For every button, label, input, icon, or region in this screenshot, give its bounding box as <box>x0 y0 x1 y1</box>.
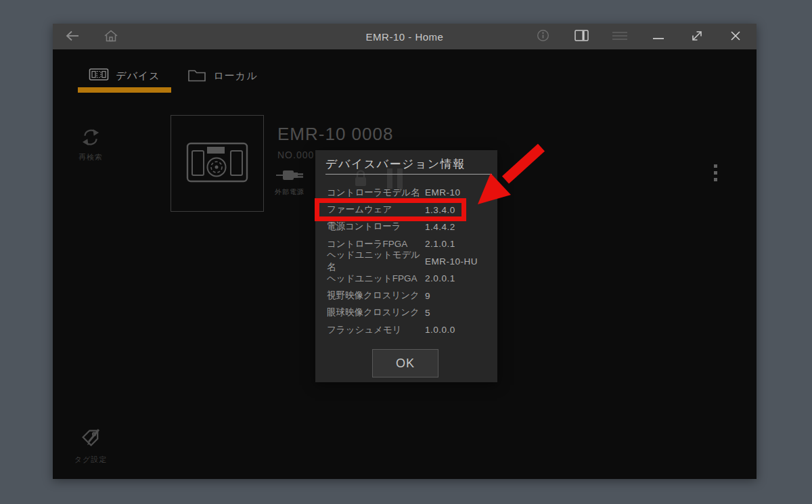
dialog-title: デバイスバージョン情報 <box>325 156 466 172</box>
version-row-headunit-model: ヘッドユニットモデル名 EMR-10-HU <box>327 253 491 270</box>
row-value: 9 <box>425 291 491 301</box>
external-power-status: 外部電源 <box>269 166 310 197</box>
minimize-icon <box>652 29 664 45</box>
tab-devices[interactable]: デバイス <box>78 64 171 93</box>
row-value: 1.0.0.0 <box>425 325 491 335</box>
dialog-title-divider <box>325 174 492 175</box>
power-plug-icon <box>275 175 304 186</box>
device-image-icon <box>186 142 248 185</box>
row-label: コントローラモデル名 <box>327 187 425 199</box>
row-label: 視野映像クロスリンク <box>327 290 425 302</box>
manual-button[interactable] <box>571 26 591 47</box>
close-icon <box>729 30 742 44</box>
titlebar: EMR-10 - Home <box>53 24 757 49</box>
close-button[interactable] <box>725 26 746 47</box>
version-row-controller-model: コントローラモデル名 EMR-10 <box>327 184 491 201</box>
menu-button[interactable] <box>610 26 630 47</box>
menu-icon <box>612 30 628 43</box>
tag-pencil-icon <box>79 440 102 452</box>
version-row-flash-memory: フラッシュメモリ 1.0.0.0 <box>327 321 491 338</box>
row-value: 5 <box>425 308 491 318</box>
ok-button[interactable]: OK <box>372 349 438 377</box>
app-window: EMR-10 - Home <box>53 24 757 479</box>
info-icon <box>537 29 549 44</box>
device-name: EMR-10 0008 <box>277 124 393 145</box>
manual-book-icon <box>574 29 589 44</box>
device-tab-icon <box>89 68 109 84</box>
rescan-button[interactable]: 再検索 <box>70 127 111 162</box>
version-row-firmware: ファームウェア 1.3.4.0 <box>327 201 491 218</box>
version-row-eye-crosslink: 眼球映像クロスリンク 5 <box>327 304 491 321</box>
device-serial: NO.000 <box>277 150 314 160</box>
row-value: 1.4.4.2 <box>425 222 491 232</box>
external-power-label: 外部電源 <box>269 187 310 197</box>
row-label: ファームウェア <box>327 204 425 216</box>
row-label: 眼球映像クロスリンク <box>327 306 425 319</box>
info-button[interactable] <box>533 26 553 47</box>
kebab-dot <box>714 171 717 175</box>
maximize-icon <box>690 29 704 45</box>
row-label: コントローラFPGA <box>327 238 425 250</box>
maximize-button[interactable] <box>687 26 707 47</box>
tab-devices-label: デバイス <box>116 70 160 83</box>
refresh-icon <box>81 138 101 150</box>
version-row-headunit-fpga: ヘッドユニットFPGA 2.0.0.1 <box>327 270 491 287</box>
folder-icon <box>187 68 206 85</box>
row-value: 2.0.0.1 <box>425 273 491 283</box>
row-label: ヘッドユニットFPGA <box>327 273 425 285</box>
minimize-button[interactable] <box>648 26 669 47</box>
active-tab-underline <box>78 87 171 93</box>
tag-settings-label: タグ設定 <box>70 455 111 465</box>
device-version-dialog: デバイスバージョン情報 コントローラモデル名 EMR-10 ファームウェア 1.… <box>315 150 497 382</box>
row-value: EMR-10 <box>425 187 491 198</box>
tab-local[interactable]: ローカル <box>185 64 261 93</box>
row-label: ヘッドユニットモデル名 <box>327 249 425 273</box>
device-menu-button[interactable] <box>709 161 721 184</box>
row-value: 1.3.4.0 <box>425 205 491 215</box>
row-label: フラッシュメモリ <box>327 324 425 336</box>
tag-settings-button[interactable]: タグ設定 <box>70 427 111 465</box>
kebab-dot <box>714 178 717 181</box>
kebab-dot <box>714 164 717 168</box>
row-value: EMR-10-HU <box>425 256 491 267</box>
row-value: 2.1.0.1 <box>425 239 491 249</box>
row-label: 電源コントローラ <box>327 221 425 233</box>
tab-local-label: ローカル <box>213 70 257 83</box>
rescan-label: 再検索 <box>70 152 111 162</box>
version-row-power-controller: 電源コントローラ 1.4.4.2 <box>327 219 491 235</box>
device-card[interactable] <box>171 115 264 212</box>
version-row-view-crosslink: 視野映像クロスリンク 9 <box>327 287 491 304</box>
version-table: コントローラモデル名 EMR-10 ファームウェア 1.3.4.0 電源コントロ… <box>327 184 491 339</box>
